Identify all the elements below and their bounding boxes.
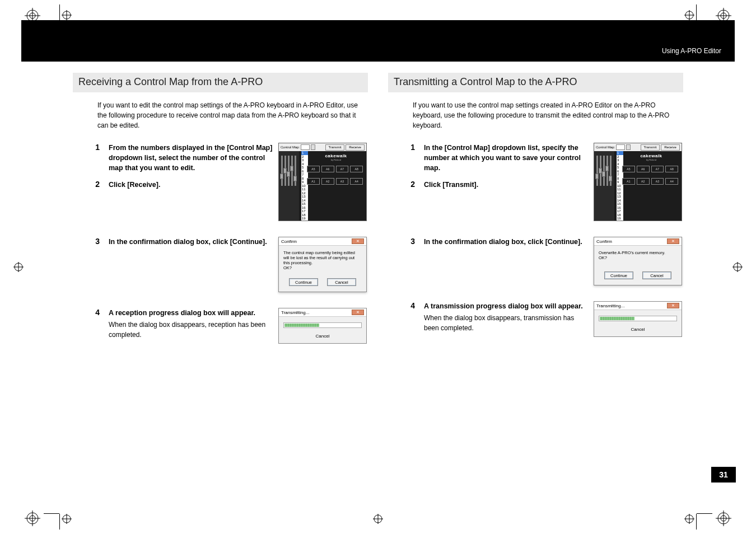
registration-mark-icon <box>25 510 40 526</box>
dialog-title: Confirm <box>596 239 612 244</box>
step-number: 4 <box>88 308 100 317</box>
brand-logo: cakewalk <box>311 153 361 158</box>
a-button[interactable]: A1 <box>307 178 320 185</box>
crop-mark-icon <box>59 514 60 530</box>
cancel-button[interactable]: Cancel <box>642 271 671 279</box>
close-icon[interactable]: ✕ <box>352 238 364 244</box>
receive-button[interactable]: Receive <box>661 144 680 151</box>
step-number: 2 <box>88 180 100 189</box>
dropdown-arrow-icon[interactable] <box>311 144 315 150</box>
crop-registration-icon <box>684 10 694 20</box>
progress-bar <box>599 316 677 321</box>
column-receiving: Receiving a Control Map from the A-PRO I… <box>73 73 368 359</box>
registration-mark-icon <box>716 510 731 526</box>
dropdown-list[interactable]: 12345678910111213141516171819 <box>301 151 308 221</box>
screenshot-confirm-dialog: Confirm✕ The control map currently being… <box>278 237 368 292</box>
screenshot-progress-dialog: Transmitting...✕ Cancel <box>278 308 368 344</box>
crop-registration-icon <box>62 514 72 524</box>
close-icon[interactable]: ✕ <box>667 303 679 308</box>
a-button[interactable]: A6 <box>637 166 650 172</box>
intro-text: If you want to use the control map setti… <box>413 100 683 130</box>
control-map-label: Control Map: <box>281 146 300 149</box>
a-button[interactable]: A8 <box>665 166 678 172</box>
page-number: 31 <box>711 467 736 483</box>
crop-registration-icon <box>13 262 24 272</box>
step-text: In the confirmation dialog box, click [C… <box>424 237 588 247</box>
progress-bar <box>283 322 362 328</box>
step-text: A reception progress dialog box will app… <box>109 308 273 318</box>
a-button[interactable]: A7 <box>651 166 664 172</box>
brand-sub: by Roland <box>627 158 676 161</box>
cancel-button[interactable]: Cancel <box>327 278 356 286</box>
crop-mark-icon <box>696 4 697 20</box>
a-button[interactable]: A8 <box>350 166 363 172</box>
receive-button[interactable]: Receive <box>346 144 365 151</box>
section-title: Receiving a Control Map from the A-PRO <box>78 76 362 88</box>
screenshot-editor: Control Map: Transmit Receive 1 <box>278 143 368 221</box>
breadcrumb: Using A-PRO Editor <box>662 47 721 55</box>
crop-mark-icon <box>697 513 712 514</box>
step-text: A transmission progress dialog box will … <box>424 301 588 311</box>
crop-mark-icon <box>44 513 59 514</box>
step-text: From the numbers displayed in the [Contr… <box>109 143 273 173</box>
a-button[interactable]: A4 <box>350 178 363 185</box>
step-number: 1 <box>88 143 100 152</box>
cancel-button[interactable]: Cancel <box>631 327 645 332</box>
continue-button[interactable]: Continue <box>604 271 633 279</box>
control-map-dropdown[interactable] <box>616 144 625 150</box>
a-button[interactable]: A5 <box>307 166 320 172</box>
step-text: In the [Control Map] dropdown list, spec… <box>424 143 588 173</box>
dialog-title: Confirm <box>281 239 297 244</box>
crop-registration-icon <box>62 10 72 20</box>
a-button[interactable]: A5 <box>622 166 635 172</box>
a-button[interactable]: A6 <box>321 166 334 172</box>
a-button[interactable]: A3 <box>336 178 349 185</box>
a-button[interactable]: A3 <box>651 178 664 185</box>
step-number: 4 <box>404 301 415 310</box>
step-subtext: When the dialog box disappears, transmis… <box>424 313 588 333</box>
a-button[interactable]: A1 <box>622 178 635 185</box>
step-number: 2 <box>404 180 415 189</box>
screenshot-editor: Control Map: Transmit Receive 1 <box>594 143 683 221</box>
crop-mark-icon <box>59 4 60 20</box>
crop-registration-icon <box>684 514 694 524</box>
transmit-button[interactable]: Transmit <box>325 144 344 151</box>
continue-button[interactable]: Continue <box>289 278 318 286</box>
control-map-dropdown[interactable] <box>301 144 310 150</box>
a-button[interactable]: A7 <box>336 166 349 172</box>
section-title: Transmitting a Control Map to the A-PRO <box>394 76 678 88</box>
close-icon[interactable]: ✕ <box>352 310 364 315</box>
dialog-title: Transmitting... <box>281 310 309 315</box>
dialog-message: The control map currently being edited w… <box>279 246 366 275</box>
step-text: In the confirmation dialog box, click [C… <box>109 237 273 247</box>
a-button[interactable]: A4 <box>665 178 678 185</box>
step-number: 3 <box>88 237 100 246</box>
dropdown-arrow-icon[interactable] <box>626 144 631 150</box>
crop-registration-icon <box>732 262 743 272</box>
step-number: 1 <box>404 143 415 152</box>
close-icon[interactable]: ✕ <box>667 238 679 244</box>
crop-registration-icon <box>373 514 383 524</box>
step-number: 3 <box>404 237 415 246</box>
column-transmitting: Transmitting a Control Map to the A-PRO … <box>388 73 683 359</box>
dropdown-list[interactable]: 12345678910111213141516171819 <box>617 151 623 221</box>
cancel-button[interactable]: Cancel <box>316 334 330 339</box>
section-heading-transmit: Transmitting a Control Map to the A-PRO <box>388 73 683 92</box>
crop-mark-icon <box>696 514 697 530</box>
section-heading-receive: Receiving a Control Map from the A-PRO <box>73 73 368 92</box>
step-subtext: When the dialog box disappears, receptio… <box>109 320 273 340</box>
a-button[interactable]: A2 <box>321 178 334 185</box>
brand-logo: cakewalk <box>627 153 676 158</box>
dialog-title: Transmitting... <box>596 303 624 308</box>
transmit-button[interactable]: Transmit <box>641 144 660 151</box>
a-button[interactable]: A2 <box>637 178 650 185</box>
step-text: Click [Transmit]. <box>424 180 588 190</box>
screenshot-confirm-dialog: Confirm✕ Overwrite A-PRO's current memor… <box>594 237 683 285</box>
step-text: Click [Receive]. <box>109 180 273 190</box>
dialog-message: Overwrite A-PRO's current memory. OK? <box>594 246 682 268</box>
screenshot-progress-dialog: Transmitting...✕ Cancel <box>594 301 683 337</box>
header-band: Using A-PRO Editor <box>21 20 735 62</box>
intro-text: If you want to edit the control map sett… <box>97 100 368 130</box>
brand-sub: by Roland <box>311 158 361 161</box>
control-map-label: Control Map: <box>596 146 615 149</box>
